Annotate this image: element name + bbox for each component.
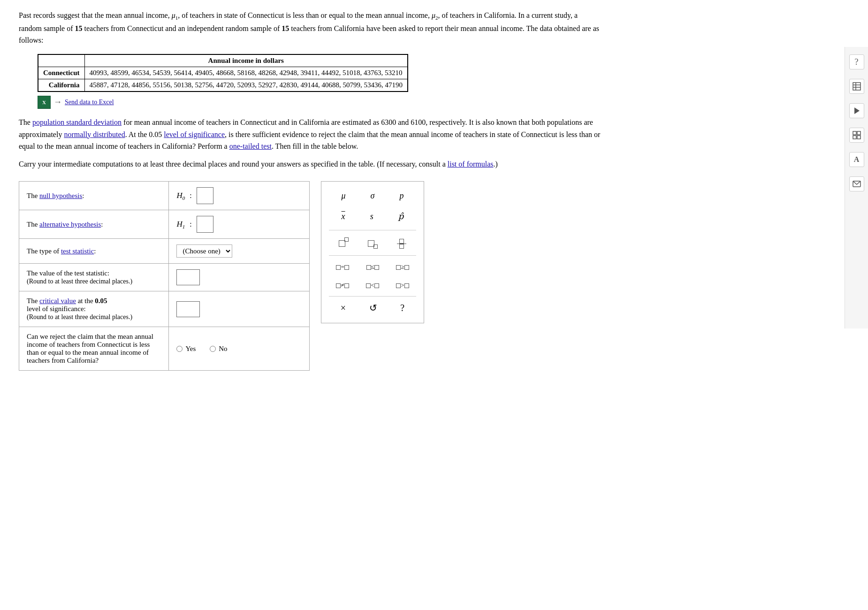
no-radio[interactable] (210, 346, 216, 352)
symbol-divider-3 (329, 296, 416, 297)
yes-text: Yes (185, 345, 196, 353)
sidebar-help-icon[interactable]: ? (849, 54, 864, 69)
symbol-row-2: x s p̂ (329, 209, 416, 223)
subscript-box-button[interactable] (366, 236, 376, 249)
neq-button[interactable]: ≠ (334, 278, 350, 291)
fraction-button[interactable] (395, 234, 408, 251)
symbol-divider-1 (329, 230, 416, 230)
yes-no-label-cell: Can we reject the claim that the mean an… (19, 327, 169, 371)
data-table: Annual income in dollars Connecticut 409… (38, 54, 408, 92)
no-text: No (219, 345, 227, 353)
yes-label[interactable]: Yes (176, 345, 196, 353)
right-sidebar: ? A (845, 47, 868, 328)
svg-rect-6 (857, 131, 860, 135)
alternative-hypothesis-label-cell: The alternative hypothesis: (19, 210, 169, 239)
symbol-divider-2 (329, 255, 416, 256)
answer-section: The null hypothesis: H0 : The alternativ… (19, 181, 601, 371)
table-empty-header (38, 54, 84, 67)
table-row: Connecticut 40993, 48599, 46534, 54539, … (38, 67, 408, 79)
superscript-box-button[interactable] (337, 236, 347, 249)
null-hypothesis-link[interactable]: null hypothesis (39, 192, 82, 199)
h0-symbol: H0 (176, 191, 185, 201)
intro-paragraph: Past records suggest that the mean annua… (19, 9, 601, 46)
lt-button[interactable]: < (364, 278, 381, 291)
symbol-row-5: ≠ < > (329, 278, 416, 291)
symbol-actions-row: × ↺ ? (329, 300, 416, 315)
alternative-hypothesis-row: The alternative hypothesis: H1 : (19, 210, 310, 239)
test-statistic-value-label-cell: The value of the test statistic: (Round … (19, 264, 169, 291)
body-paragraph: The population standard deviation for me… (19, 116, 601, 152)
null-hypothesis-input-cell: H0 : (169, 182, 310, 210)
excel-link-container: X → Send data to Excel (38, 96, 601, 109)
mu-button[interactable]: μ (340, 189, 348, 203)
svg-rect-5 (853, 131, 856, 135)
round-note-1: (Round to at least three decimal places.… (27, 278, 132, 285)
normally-distributed-link[interactable]: normally distributed (64, 130, 125, 138)
no-label[interactable]: No (210, 345, 227, 353)
svg-rect-0 (853, 83, 860, 90)
list-of-formulas-link[interactable]: list of formulas (448, 160, 494, 168)
symbol-row-1: μ σ p (329, 189, 416, 203)
table-income-header: Annual income in dollars (84, 54, 408, 67)
h1-symbol: H1 (176, 220, 185, 229)
null-hypothesis-row: The null hypothesis: H0 : (19, 182, 310, 210)
test-statistic-select[interactable]: (Choose one) Z t Chi-square F (176, 244, 232, 258)
alternative-hypothesis-input[interactable] (197, 216, 213, 233)
gt-button[interactable]: > (394, 278, 411, 291)
p-button[interactable]: p (397, 189, 405, 203)
sidebar-grid-icon[interactable] (849, 128, 864, 143)
test-statistic-type-row: The type of test statistic: (Choose one)… (19, 239, 310, 264)
population-std-link[interactable]: population standard deviation (32, 118, 122, 126)
symbol-row-3 (329, 234, 416, 251)
null-hypothesis-label-cell: The null hypothesis: (19, 182, 169, 210)
critical-value-input[interactable] (176, 301, 200, 317)
yes-no-row: Can we reject the claim that the mean an… (19, 327, 310, 371)
xbar-button[interactable]: x (340, 210, 347, 223)
level-of-significance-link[interactable]: level of significance (164, 130, 225, 138)
sidebar-table-icon[interactable] (849, 79, 864, 94)
excel-icon: X (38, 96, 51, 109)
s-button[interactable]: s (368, 210, 375, 223)
excel-arrow-icon: → (53, 97, 62, 107)
help-button[interactable]: ? (398, 301, 406, 315)
svg-rect-7 (853, 136, 856, 139)
test-statistic-value-input-cell (169, 264, 310, 291)
leq-button[interactable]: ≤ (365, 259, 381, 273)
sidebar-text-icon[interactable]: A (849, 152, 864, 167)
alternative-hypothesis-link[interactable]: alternative hypothesis (39, 221, 101, 228)
connecticut-label: Connecticut (38, 67, 84, 79)
one-tailed-test-link[interactable]: one-tailed test (229, 142, 272, 150)
phat-button[interactable]: p̂ (396, 209, 406, 223)
symbol-row-4: = ≤ ≥ (329, 259, 416, 273)
h1-colon: : (190, 220, 191, 229)
geq-button[interactable]: ≥ (394, 259, 411, 273)
svg-marker-4 (854, 107, 860, 114)
connecticut-data: 40993, 48599, 46534, 54539, 56414, 49405… (84, 67, 408, 79)
sigma-button[interactable]: σ (369, 189, 377, 203)
yes-radio[interactable] (176, 346, 183, 352)
test-statistic-value-row: The value of the test statistic: (Round … (19, 264, 310, 291)
send-to-excel-link[interactable]: Send data to Excel (65, 99, 114, 106)
california-label: California (38, 79, 84, 92)
test-statistic-link[interactable]: test statistic (61, 247, 94, 255)
sidebar-mail-icon[interactable] (849, 176, 864, 191)
equals-button[interactable]: = (334, 259, 350, 273)
critical-value-input-cell (169, 291, 310, 327)
critical-value-label-cell: The critical value at the 0.05 level of … (19, 291, 169, 327)
sidebar-play-icon[interactable] (849, 103, 864, 118)
undo-button[interactable]: ↺ (367, 300, 379, 315)
yes-no-input-cell: Yes No (169, 327, 310, 371)
critical-value-row: The critical value at the 0.05 level of … (19, 291, 310, 327)
carry-paragraph: Carry your intermediate computations to … (19, 158, 601, 170)
alternative-hypothesis-input-cell: H1 : (169, 210, 310, 239)
symbol-panel: μ σ p x s p̂ (321, 181, 424, 323)
test-statistic-type-label-cell: The type of test statistic: (19, 239, 169, 264)
svg-rect-8 (857, 136, 860, 139)
clear-button[interactable]: × (339, 301, 348, 315)
california-data: 45887, 47128, 44856, 55156, 50138, 52756… (84, 79, 408, 92)
main-content: Past records suggest that the mean annua… (19, 9, 629, 371)
critical-value-link[interactable]: critical value (39, 297, 76, 305)
answer-table: The null hypothesis: H0 : The alternativ… (19, 181, 310, 371)
test-statistic-value-input[interactable] (176, 269, 200, 285)
null-hypothesis-input[interactable] (197, 187, 213, 204)
